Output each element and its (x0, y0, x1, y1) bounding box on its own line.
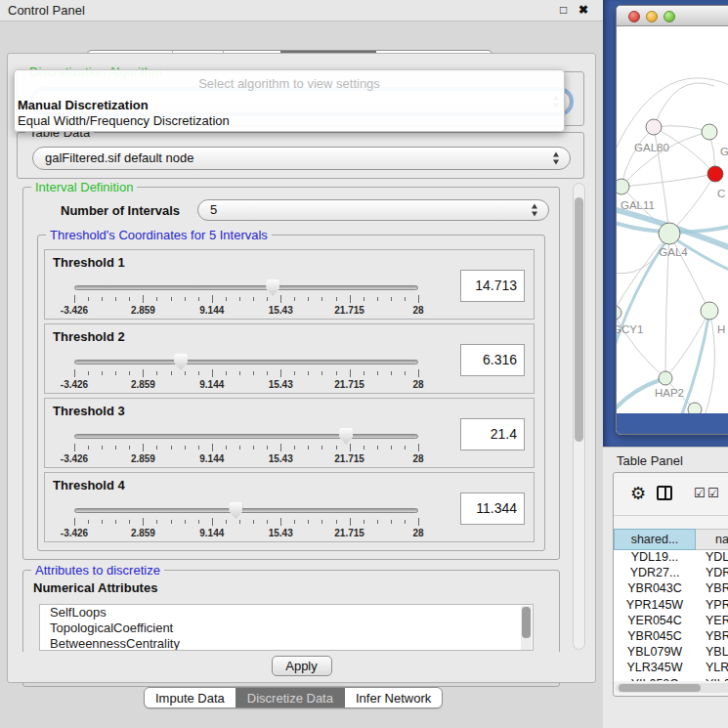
network-edge (681, 313, 709, 413)
table-row[interactable]: YIL052CYIL0 (614, 677, 728, 682)
minimize-light-icon[interactable] (646, 11, 658, 22)
network-node-label: HAP2 (655, 387, 684, 399)
threshold-value-field[interactable]: 11.344 (460, 492, 525, 525)
slider-tick-labels: -3.4262.8599.14415.4321.71528 (74, 528, 418, 539)
close-icon[interactable]: ✖ (578, 3, 588, 17)
attribute-list-item[interactable]: SelfLoops (40, 605, 533, 621)
column-header-shared[interactable]: shared... (614, 529, 696, 550)
threshold-value-field[interactable]: 6.316 (460, 344, 525, 376)
tick-mark (239, 371, 240, 375)
column-header-name[interactable]: na (696, 529, 728, 550)
slider-handle[interactable] (339, 428, 353, 445)
network-node[interactable] (617, 179, 629, 194)
popup-item-manual-discretization[interactable]: Manual Discretization (18, 98, 149, 112)
threshold-value-field[interactable]: 21.4 (460, 418, 525, 450)
table-row[interactable]: YBR045CYBR0 (614, 629, 728, 645)
tab-label: Infer Network (356, 688, 431, 708)
tick-label: 9.144 (199, 379, 224, 390)
threshold-slider[interactable]: -3.4262.8599.14415.4321.71528 (74, 356, 418, 385)
settings-scrollbar[interactable] (573, 183, 585, 650)
number-of-intervals-combobox[interactable]: 5 (197, 199, 549, 221)
tab-impute-data[interactable]: Impute Data (145, 688, 236, 707)
threshold-slider[interactable]: -3.4262.8599.14415.4321.71528 (74, 430, 418, 459)
list-scrollbar[interactable] (521, 606, 532, 651)
table-row[interactable]: YBL079WYBL0 (614, 645, 728, 661)
tick-mark (377, 520, 378, 524)
tab-discretize-data[interactable]: Discretize Data (236, 688, 344, 707)
settings-scrollbar-thumb[interactable] (575, 197, 583, 442)
interval-definition-group: Interval Definition Number of Intervals … (22, 187, 560, 560)
table-row[interactable]: YER054CYER0 (614, 614, 728, 629)
table-cell-shared-name: YIL052C (614, 677, 696, 682)
tick-mark (171, 446, 172, 450)
network-node[interactable] (688, 403, 702, 413)
gear-icon[interactable]: ⚙ (630, 483, 646, 504)
checkbox-icon[interactable]: ☑ (707, 486, 719, 500)
network-node[interactable] (659, 223, 680, 244)
tick-label: 28 (412, 453, 423, 464)
tick-label: 9.144 (199, 528, 224, 538)
network-canvas[interactable]: GAL80GACGAL11GAL4GCY1HHAP2 (617, 27, 728, 413)
tick-mark (253, 520, 254, 524)
table-data-group: Table Data galFiltered.sif default node (17, 132, 584, 179)
network-node[interactable] (701, 302, 718, 320)
tick-mark (115, 520, 116, 524)
tick-mark (88, 446, 89, 450)
attribute-list-item[interactable]: BetweennessCentrality (40, 636, 533, 651)
table-cell-name: YPR1 (696, 598, 728, 614)
tab-infer-network[interactable]: Infer Network (344, 688, 442, 707)
tick-mark (418, 369, 419, 377)
list-scrollbar-thumb[interactable] (522, 607, 531, 638)
tick-label: 21.715 (334, 453, 364, 464)
tick-mark (212, 369, 213, 377)
slider-handle[interactable] (174, 354, 188, 370)
table-data-combobox[interactable]: galFiltered.sif default node (32, 147, 571, 170)
checkbox-icon[interactable]: ☑ (694, 486, 706, 500)
table-hscrollbar-thumb[interactable] (619, 684, 701, 692)
tick-mark (364, 446, 364, 450)
network-node[interactable] (617, 306, 621, 320)
tick-mark (267, 520, 268, 524)
table-row[interactable]: YBR043CYBR0 (614, 581, 728, 597)
tick-mark (171, 297, 172, 301)
tick-mark (129, 520, 130, 524)
float-window-icon[interactable]: □ (560, 3, 567, 17)
split-column-icon[interactable] (657, 486, 672, 500)
combo-stepper-icon (552, 152, 561, 165)
threshold-value-field[interactable]: 14.713 (460, 270, 525, 302)
table-cell-name: YIL0 (696, 677, 728, 682)
slider-handle[interactable] (266, 279, 279, 296)
tick-label: -3.426 (61, 528, 88, 538)
network-window-frame (617, 413, 728, 434)
network-window-titlebar[interactable] (617, 6, 728, 26)
zoom-light-icon[interactable] (664, 11, 675, 22)
threshold-label: Threshold 1 (53, 255, 125, 270)
numerical-attributes-list[interactable]: SelfLoopsTopologicalCoefficientBetweenne… (39, 604, 534, 651)
tick-mark (364, 297, 364, 301)
tick-mark (364, 371, 364, 375)
tick-mark (294, 297, 295, 301)
network-node[interactable] (646, 119, 662, 135)
attribute-list-item[interactable]: TopologicalCoefficient (40, 621, 533, 636)
table-hscrollbar[interactable] (616, 683, 728, 693)
slider-tick-labels: -3.4262.8599.14415.4321.71528 (74, 379, 418, 391)
table-row[interactable]: YDL19...YDL1 (614, 550, 728, 566)
cytoscape-desktop: GAL80GACGAL11GAL4GCY1HHAP2 (603, 0, 728, 447)
popup-item-equal-width-frequency[interactable]: Equal Width/Frequency Discretization (18, 113, 230, 128)
tick-mark (239, 297, 240, 301)
table-row[interactable]: YDR27...YDR2 (614, 566, 728, 581)
table-row[interactable]: YLR345WYLR3 (614, 661, 728, 676)
close-light-icon[interactable] (628, 11, 640, 22)
slider-handle[interactable] (229, 502, 242, 519)
table-cell-shared-name: YDR27... (614, 566, 696, 581)
table-row[interactable]: YPR145WYPR1 (614, 598, 728, 614)
tick-mark (102, 371, 103, 375)
threshold-slider[interactable]: -3.4262.8599.14415.4321.71528 (74, 281, 418, 311)
tick-mark (171, 371, 172, 375)
threshold-slider[interactable]: -3.4262.8599.14415.4321.71528 (74, 504, 418, 534)
network-node[interactable] (659, 371, 672, 385)
network-edge (621, 174, 715, 187)
apply-button[interactable]: Apply (272, 656, 332, 676)
network-node[interactable] (702, 124, 717, 140)
network-node[interactable] (707, 166, 723, 182)
